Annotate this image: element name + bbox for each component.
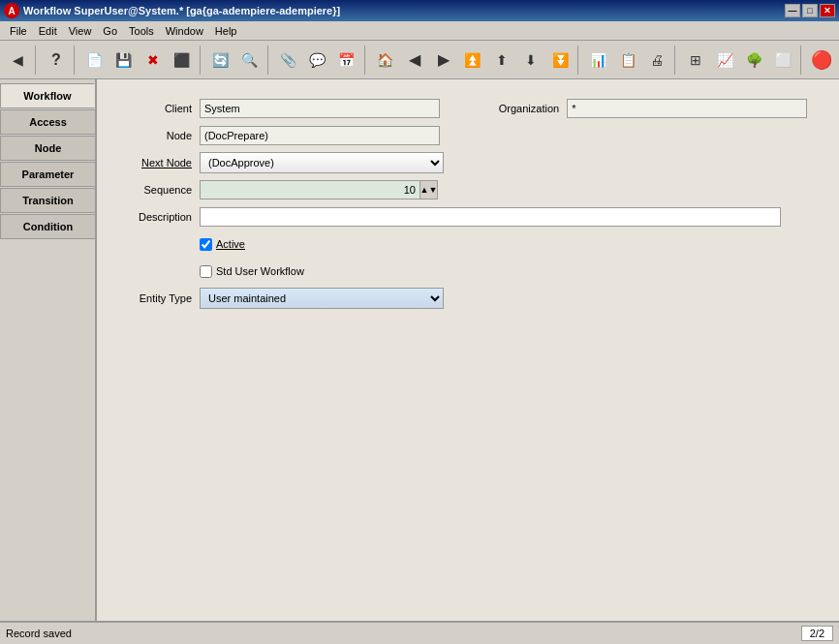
- std-user-field-cell: Std User Workflow: [200, 258, 460, 285]
- toolbar-sep-8: [800, 46, 804, 75]
- sequence-field-cell: ▲▼: [200, 176, 460, 203]
- std-user-workflow-row: Std User Workflow: [112, 258, 823, 285]
- calendar-button[interactable]: 📅: [333, 45, 360, 76]
- sidebar-tab-access[interactable]: Access: [0, 109, 95, 135]
- first-button[interactable]: ⏫: [459, 45, 486, 76]
- menu-help[interactable]: Help: [209, 23, 243, 39]
- minimize-button[interactable]: —: [785, 4, 800, 17]
- next-node-field-cell: (DocApprove) (DocPrepare) (DocComplete): [200, 149, 460, 176]
- description-field-cell: [200, 203, 823, 230]
- toolbar-sep-5: [364, 46, 368, 75]
- client-label: Client: [112, 95, 200, 122]
- active-row: Active: [112, 230, 823, 258]
- prevpage-button[interactable]: ⬆: [488, 45, 515, 76]
- sequence-label: Sequence: [112, 176, 200, 203]
- toolbar-sep-3: [200, 46, 203, 75]
- menu-go[interactable]: Go: [97, 23, 123, 39]
- sidebar: Workflow Access Node Parameter Transitio…: [0, 79, 97, 621]
- find-button[interactable]: 🔍: [236, 45, 264, 76]
- description-row: Description: [112, 203, 823, 230]
- menu-file[interactable]: File: [4, 23, 33, 39]
- next-button[interactable]: ▶: [430, 45, 457, 76]
- home-button[interactable]: 🏠: [371, 45, 398, 76]
- back-button[interactable]: ◀: [4, 45, 31, 76]
- std-user-workflow-checkbox[interactable]: [200, 265, 212, 278]
- main-container: Workflow Access Node Parameter Transitio…: [0, 79, 839, 621]
- close-x-button[interactable]: 🔴: [808, 45, 835, 76]
- next-node-label: Next Node: [112, 149, 200, 176]
- toolbar-sep-4: [267, 46, 271, 75]
- record-info: 2/2: [801, 626, 833, 641]
- sequence-input[interactable]: [200, 180, 420, 199]
- form-content: Client Organization Node: [97, 79, 839, 621]
- sidebar-tab-node[interactable]: Node: [0, 136, 95, 161]
- sidebar-tab-condition[interactable]: Condition: [0, 214, 95, 239]
- toolbar-sep-2: [74, 46, 78, 75]
- status-bar: Record saved 2/2: [0, 621, 839, 644]
- std-user-checkbox-row: Std User Workflow: [200, 265, 460, 278]
- client-org-row: Client Organization: [112, 95, 823, 122]
- save-button[interactable]: 💾: [110, 45, 138, 76]
- active-label-empty: [112, 230, 200, 258]
- next-node-row: Next Node (DocApprove) (DocPrepare) (Doc…: [112, 149, 823, 176]
- active-checkbox-row: Active: [200, 238, 460, 251]
- node-label: Node: [112, 122, 200, 149]
- new-button[interactable]: 📄: [80, 45, 108, 76]
- entity-type-select[interactable]: User maintained Dictionary Application: [200, 288, 444, 309]
- help-button[interactable]: ?: [43, 45, 70, 76]
- workflow2-button[interactable]: ⬜: [769, 45, 796, 76]
- sequence-row: Sequence ▲▼: [112, 176, 823, 203]
- print-button[interactable]: ⬛: [169, 45, 196, 76]
- entity-type-row: Entity Type User maintained Dictionary A…: [112, 285, 823, 312]
- tree-button[interactable]: 🌳: [740, 45, 767, 76]
- chat-button[interactable]: 💬: [304, 45, 331, 76]
- title-bar-left: A Workflow SuperUser@System.* [ga{ga-ade…: [4, 3, 340, 18]
- sidebar-tab-parameter[interactable]: Parameter: [0, 162, 95, 187]
- last-button[interactable]: ⏬: [546, 45, 574, 76]
- nextpage-button[interactable]: ⬇: [517, 45, 544, 76]
- node-row: Node: [112, 122, 823, 149]
- menu-edit[interactable]: Edit: [33, 23, 63, 39]
- active-field-cell: Active: [200, 230, 460, 258]
- refresh-button[interactable]: 🔄: [207, 45, 234, 76]
- sequence-spin-button[interactable]: ▲▼: [420, 180, 438, 199]
- menu-window[interactable]: Window: [160, 23, 209, 39]
- std-user-label-empty: [112, 258, 200, 285]
- title-bar: A Workflow SuperUser@System.* [ga{ga-ade…: [0, 0, 839, 21]
- maximize-button[interactable]: □: [802, 4, 818, 17]
- toolbar-sep-6: [577, 46, 581, 75]
- attachment-button[interactable]: 📎: [274, 45, 301, 76]
- active-label: Active: [216, 238, 245, 250]
- org-field-cell: [567, 95, 823, 122]
- close-window-button[interactable]: ✕: [820, 4, 835, 17]
- sidebar-tab-transition[interactable]: Transition: [0, 188, 95, 213]
- entity-type-field-cell: User maintained Dictionary Application: [200, 285, 460, 312]
- sidebar-tab-workflow[interactable]: Workflow: [0, 83, 95, 108]
- delete-button[interactable]: ✖: [140, 45, 167, 76]
- menu-bar: File Edit View Go Tools Window Help: [0, 21, 839, 41]
- report-button[interactable]: 📊: [585, 45, 612, 76]
- std-user-workflow-label: Std User Workflow: [216, 265, 304, 277]
- sequence-spinner: ▲▼: [200, 180, 460, 199]
- description-label: Description: [112, 203, 200, 230]
- chart-button[interactable]: 📈: [711, 45, 738, 76]
- client-input[interactable]: [200, 99, 440, 118]
- print2-button[interactable]: 🖨: [643, 45, 670, 76]
- prev-button[interactable]: ◀: [401, 45, 428, 76]
- node-input[interactable]: [200, 126, 440, 145]
- client-field-cell: [200, 95, 460, 122]
- description-input[interactable]: [200, 207, 781, 227]
- next-node-select[interactable]: (DocApprove) (DocPrepare) (DocComplete): [200, 152, 444, 173]
- active-checkbox[interactable]: [200, 238, 212, 251]
- menu-view[interactable]: View: [63, 23, 98, 39]
- org-label: Organization: [480, 95, 567, 122]
- title-bar-controls: — □ ✕: [785, 4, 835, 17]
- grid-button[interactable]: ⊞: [682, 45, 709, 76]
- toolbar-sep-7: [674, 46, 678, 75]
- entity-type-label: Entity Type: [112, 285, 200, 312]
- menu-tools[interactable]: Tools: [123, 23, 160, 39]
- toolbar: ◀ ? 📄 💾 ✖ ⬛ 🔄 🔍 📎 💬 📅 🏠 ◀ ▶ ⏫ ⬆ ⬇ ⏬ 📊 📋 …: [0, 41, 839, 79]
- org-input[interactable]: [567, 99, 807, 118]
- window-title: Workflow SuperUser@System.* [ga{ga-ademp…: [23, 5, 340, 16]
- detail-button[interactable]: 📋: [614, 45, 641, 76]
